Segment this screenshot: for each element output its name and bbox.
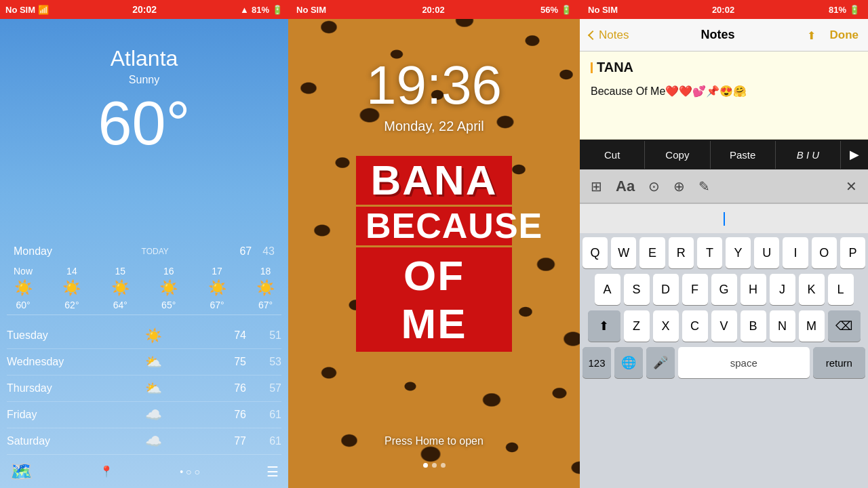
wifi-icon: 📶 — [38, 5, 49, 15]
today-hi: 67 — [239, 245, 252, 258]
copy-button[interactable]: Copy — [645, 141, 710, 169]
key-j[interactable]: J — [770, 274, 795, 305]
hour-temp-16: 65° — [161, 300, 176, 310]
weather-time: 20:02 — [132, 4, 157, 15]
sun-icon-17: ☀️ — [208, 279, 226, 297]
share-icon[interactable] — [807, 29, 819, 41]
notes-back-button[interactable]: Notes — [589, 28, 629, 42]
key-d[interactable]: D — [653, 274, 679, 305]
key-q[interactable]: Q — [583, 237, 608, 268]
hour-item-14: 14 ☀️ 62° — [62, 266, 81, 310]
nav-dots: • ○ ○ — [180, 466, 200, 477]
forecast-list: Tuesday ☀️ 74 51 Wednesday ⛅ 75 53 Thurs… — [0, 323, 288, 455]
lock-page-dots — [288, 463, 580, 468]
tuesday-hi: 74 — [219, 329, 246, 342]
lockscreen-panel: No SIM 20:02 56% 🔋 19:36 Monday, 22 Apri… — [288, 0, 580, 488]
key-f[interactable]: F — [682, 274, 708, 305]
key-x[interactable]: X — [653, 310, 679, 342]
tuesday-label: Tuesday — [7, 329, 88, 342]
plus-circle-icon[interactable]: ⊕ — [673, 178, 685, 195]
bana-text-overlay: BANA BECAUSE OF ME — [356, 156, 512, 352]
wednesday-label: Wednesday — [7, 356, 88, 368]
delete-key[interactable]: ⌫ — [828, 310, 861, 342]
saturday-hi: 77 — [219, 435, 246, 447]
hour-item-17: 17 ☀️ 67° — [208, 266, 226, 310]
wednesday-icon: ⛅ — [145, 354, 162, 370]
more-options-arrow[interactable]: ▶ — [841, 139, 868, 170]
key-v[interactable]: V — [711, 310, 737, 342]
lock-battery-label: 56% — [540, 5, 558, 15]
keyboard-row-4: 123 🌐 🎤 space return — [583, 347, 865, 378]
today-section: Monday TODAY 67 43 Now ☀️ 60° 14 ☀️ 62° … — [0, 236, 288, 323]
shift-key[interactable]: ⬆ — [588, 310, 620, 342]
key-m[interactable]: M — [799, 310, 825, 342]
table-icon[interactable]: ⊞ — [591, 178, 602, 195]
space-key[interactable]: space — [678, 347, 810, 378]
key-b[interactable]: B — [741, 310, 766, 342]
notes-battery-label: 81% — [829, 5, 846, 15]
forecast-tuesday: Tuesday ☀️ 74 51 — [7, 323, 281, 349]
lock-clock: 19:36 — [288, 54, 580, 117]
return-key[interactable]: return — [813, 347, 865, 378]
cut-button[interactable]: Cut — [580, 141, 645, 169]
paste-button[interactable]: Paste — [711, 141, 776, 169]
close-icon[interactable]: ✕ — [846, 178, 857, 195]
text-format-icon[interactable]: Aa — [616, 178, 635, 195]
format-toolbar: ⊞ Aa ⊙ ⊕ ✎ ✕ — [580, 169, 868, 203]
location-icon: ▲ — [240, 5, 249, 15]
hour-temp-15: 64° — [113, 300, 127, 310]
lock-battery-icon: 🔋 — [561, 5, 572, 15]
key-a[interactable]: A — [595, 274, 620, 305]
lock-status-time: 20:02 — [422, 5, 444, 15]
key-t[interactable]: T — [697, 237, 722, 268]
number-key[interactable]: 123 — [583, 347, 611, 378]
hour-item-15: 15 ☀️ 64° — [111, 266, 130, 310]
forecast-wednesday: Wednesday ⛅ 75 53 — [7, 349, 281, 375]
key-g[interactable]: G — [711, 274, 737, 305]
keyboard-rows: Q W E R T Y U I O P A S D F G H J K — [580, 233, 868, 385]
key-l[interactable]: L — [828, 274, 854, 305]
keyboard-row-3: ⬆ Z X C V B N M ⌫ — [583, 310, 865, 342]
sun-icon-16: ☀️ — [159, 279, 178, 297]
key-w[interactable]: W — [611, 237, 636, 268]
note-title: TANA — [591, 60, 857, 75]
weather-source-icon: 🗺️ — [9, 460, 33, 483]
key-u[interactable]: U — [754, 237, 779, 268]
tuesday-lo: 51 — [257, 329, 281, 342]
keyboard[interactable]: Q W E R T Y U I O P A S D F G H J K — [580, 233, 868, 488]
sun-icon-now: ☀️ — [14, 279, 33, 297]
checkmark-icon[interactable]: ⊙ — [648, 178, 660, 195]
notes-done-button[interactable]: Done — [830, 28, 859, 42]
key-n[interactable]: N — [770, 310, 795, 342]
key-r[interactable]: R — [669, 237, 694, 268]
key-h[interactable]: H — [741, 274, 766, 305]
key-e[interactable]: E — [639, 237, 665, 268]
note-editor[interactable]: TANA Because Of Me❤️❤️💕📌😍🤗 — [580, 52, 868, 140]
bana-line1: BANA — [356, 156, 512, 205]
lockscreen-status-bar: No SIM 20:02 56% 🔋 — [288, 0, 580, 19]
key-o[interactable]: O — [812, 237, 837, 268]
today-lo: 43 — [262, 245, 275, 258]
key-k[interactable]: K — [799, 274, 825, 305]
keyboard-row-2: A S D F G H J K L — [583, 274, 865, 305]
key-i[interactable]: I — [783, 237, 808, 268]
notes-no-sim: No SIM — [588, 5, 618, 15]
key-s[interactable]: S — [624, 274, 650, 305]
key-z[interactable]: Z — [624, 310, 650, 342]
notes-status-time: 20:02 — [712, 5, 734, 15]
today-day-label: Monday — [14, 245, 68, 258]
weather-main: Atlanta Sunny 60° — [0, 19, 288, 236]
pen-icon[interactable]: ✎ — [698, 178, 710, 195]
bold-italic-underline-button[interactable]: B I U — [776, 141, 841, 169]
divider — [7, 314, 281, 315]
key-y[interactable]: Y — [726, 237, 751, 268]
key-c[interactable]: C — [682, 310, 708, 342]
key-p[interactable]: P — [840, 237, 865, 268]
hour-item-16: 16 ☀️ 65° — [159, 266, 178, 310]
forecast-friday: Friday ☁️ 76 61 — [7, 402, 281, 428]
microphone-key[interactable]: 🎤 — [646, 347, 675, 378]
notes-status-bar: No SIM 20:02 81% 🔋 — [580, 0, 868, 19]
saturday-lo: 61 — [257, 435, 281, 447]
lock-date: Monday, 22 April — [288, 119, 580, 134]
globe-key[interactable]: 🌐 — [614, 347, 643, 378]
